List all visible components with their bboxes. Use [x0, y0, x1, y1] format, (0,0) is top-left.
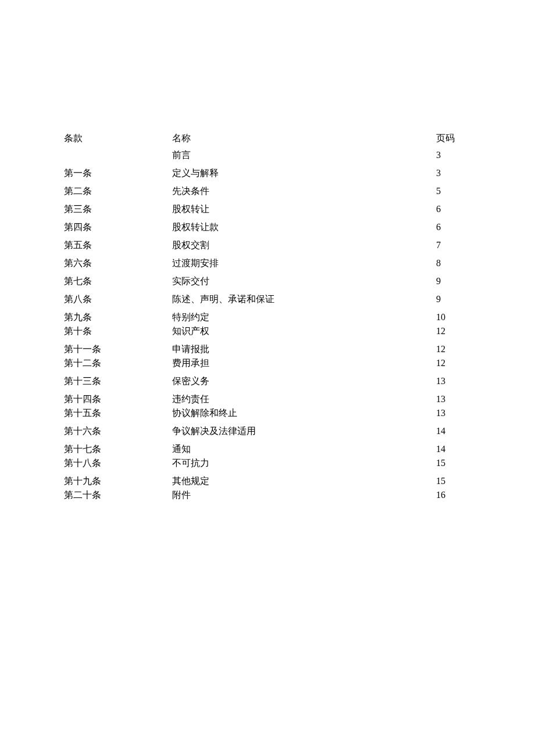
toc-name: 争议解决及法律适用	[172, 424, 436, 438]
toc-row: 第十七条通知14	[64, 442, 471, 456]
toc-row: 第九条特别约定10	[64, 310, 471, 324]
toc-name: 其他规定	[172, 474, 436, 488]
toc-page: 3	[436, 148, 471, 162]
toc-article: 第五条	[64, 238, 172, 252]
toc-page: 5	[436, 184, 471, 198]
document-page: 条款 名称 页码 前言3第一条定义与解释3第二条先决条件5第三条股权转让6第四条…	[0, 0, 535, 502]
toc-group: 第十三条保密义务13	[64, 374, 471, 388]
toc-name: 特别约定	[172, 310, 436, 324]
toc-article	[64, 148, 172, 162]
toc-row: 第二条先决条件5	[64, 184, 471, 198]
toc-name: 费用承担	[172, 356, 436, 370]
toc-page: 9	[436, 274, 471, 288]
header-page: 页码	[436, 132, 471, 145]
toc-name: 股权转让	[172, 202, 436, 216]
toc-name: 过渡期安排	[172, 256, 436, 270]
toc-group: 第十六条争议解决及法律适用14	[64, 424, 471, 438]
toc-article: 第三条	[64, 202, 172, 216]
header-article: 条款	[64, 132, 172, 145]
toc-page: 8	[436, 256, 471, 270]
toc-article: 第四条	[64, 220, 172, 234]
toc-article: 第十四条	[64, 392, 172, 406]
toc-row: 第一条定义与解释3	[64, 166, 471, 180]
toc-row: 第二十条附件16	[64, 488, 471, 502]
toc-group: 第十一条申请报批12第十二条费用承担12	[64, 342, 471, 370]
toc-article: 第十一条	[64, 342, 172, 356]
toc-row: 第五条股权交割7	[64, 238, 471, 252]
toc-group: 第七条实际交付9	[64, 274, 471, 288]
toc-article: 第十八条	[64, 456, 172, 470]
toc-article: 第十三条	[64, 374, 172, 388]
toc-row: 第七条实际交付9	[64, 274, 471, 288]
toc-article: 第七条	[64, 274, 172, 288]
toc-page: 15	[436, 474, 471, 488]
toc-group: 第五条股权交割7	[64, 238, 471, 252]
toc-page: 6	[436, 202, 471, 216]
toc-article: 第九条	[64, 310, 172, 324]
toc-page: 12	[436, 356, 471, 370]
toc-group: 第十七条通知14第十八条不可抗力15	[64, 442, 471, 470]
toc-name: 知识产权	[172, 324, 436, 338]
toc-header-row: 条款 名称 页码	[64, 132, 471, 145]
toc-group: 第十四条违约责任13第十五条协议解除和终止13	[64, 392, 471, 420]
toc-row: 第十八条不可抗力15	[64, 456, 471, 470]
toc-page: 3	[436, 166, 471, 180]
toc-article: 第十二条	[64, 356, 172, 370]
toc-name: 定义与解释	[172, 166, 436, 180]
toc-page: 15	[436, 456, 471, 470]
toc-page: 6	[436, 220, 471, 234]
toc-row: 前言3	[64, 148, 471, 162]
toc-row: 第十九条其他规定15	[64, 474, 471, 488]
toc-row: 第三条股权转让6	[64, 202, 471, 216]
toc-name: 股权转让款	[172, 220, 436, 234]
toc-page: 13	[436, 406, 471, 420]
toc-group: 第八条陈述、声明、承诺和保证9	[64, 292, 471, 306]
toc-row: 第十六条争议解决及法律适用14	[64, 424, 471, 438]
toc-page: 14	[436, 424, 471, 438]
toc-name: 申请报批	[172, 342, 436, 356]
toc-row: 第四条股权转让款6	[64, 220, 471, 234]
toc-article: 第一条	[64, 166, 172, 180]
toc-name: 先决条件	[172, 184, 436, 198]
toc-row: 第六条过渡期安排8	[64, 256, 471, 270]
toc-row: 第八条陈述、声明、承诺和保证9	[64, 292, 471, 306]
toc-article: 第二十条	[64, 488, 172, 502]
toc-name: 违约责任	[172, 392, 436, 406]
toc-group: 第六条过渡期安排8	[64, 256, 471, 270]
toc-article: 第十九条	[64, 474, 172, 488]
toc-article: 第十七条	[64, 442, 172, 456]
toc-article: 第八条	[64, 292, 172, 306]
toc-group: 前言3	[64, 148, 471, 162]
toc-name: 通知	[172, 442, 436, 456]
toc-body: 前言3第一条定义与解释3第二条先决条件5第三条股权转让6第四条股权转让款6第五条…	[64, 148, 471, 502]
toc-name: 协议解除和终止	[172, 406, 436, 420]
toc-page: 10	[436, 310, 471, 324]
toc-page: 12	[436, 342, 471, 356]
toc-article: 第十条	[64, 324, 172, 338]
toc-group: 第四条股权转让款6	[64, 220, 471, 234]
toc-page: 12	[436, 324, 471, 338]
toc-group: 第十九条其他规定15第二十条附件16	[64, 474, 471, 502]
toc-article: 第六条	[64, 256, 172, 270]
toc-article: 第二条	[64, 184, 172, 198]
toc-group: 第九条特别约定10第十条知识产权12	[64, 310, 471, 338]
toc-name: 股权交割	[172, 238, 436, 252]
toc-page: 13	[436, 374, 471, 388]
toc-row: 第十五条协议解除和终止13	[64, 406, 471, 420]
toc-row: 第十一条申请报批12	[64, 342, 471, 356]
header-name: 名称	[172, 132, 436, 145]
toc-group: 第二条先决条件5	[64, 184, 471, 198]
toc-page: 13	[436, 392, 471, 406]
toc-name: 保密义务	[172, 374, 436, 388]
toc-row: 第十条知识产权12	[64, 324, 471, 338]
toc-row: 第十四条违约责任13	[64, 392, 471, 406]
toc-name: 附件	[172, 488, 436, 502]
toc-group: 第三条股权转让6	[64, 202, 471, 216]
toc-name: 实际交付	[172, 274, 436, 288]
toc-page: 9	[436, 292, 471, 306]
toc-name: 不可抗力	[172, 456, 436, 470]
toc-name: 陈述、声明、承诺和保证	[172, 292, 436, 306]
toc-page: 16	[436, 488, 471, 502]
toc-article: 第十五条	[64, 406, 172, 420]
toc-group: 第一条定义与解释3	[64, 166, 471, 180]
